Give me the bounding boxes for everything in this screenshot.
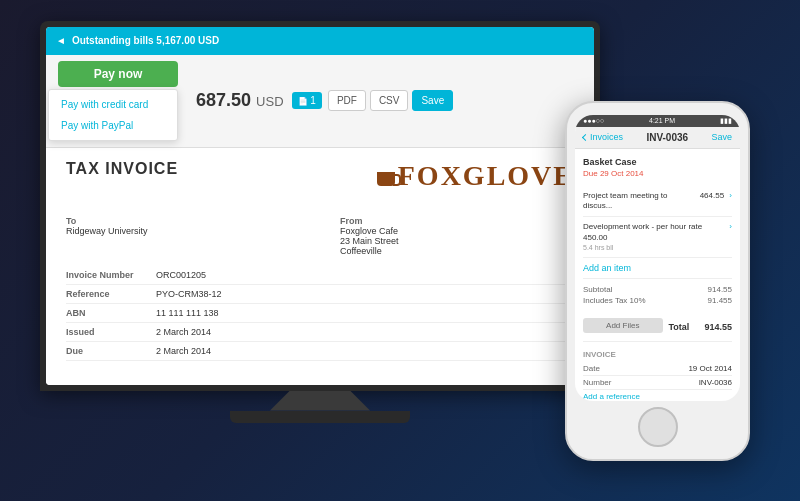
invoice-content: TAX INVOICE FOXGLOVE: [46, 148, 594, 385]
add-reference-row[interactable]: Add a reference: [583, 390, 732, 400]
phone-signal: ●●●○○: [583, 117, 604, 124]
invoice-to-col: To Ridgeway University: [66, 216, 300, 256]
foxglove-logo: FOXGLOVE: [377, 160, 574, 192]
tax-invoice-title: TAX INVOICE: [66, 160, 178, 178]
monitor-bezel: ◄ Outstanding bills 5,167.00 USD Pay now…: [40, 21, 600, 391]
phone-status-bar: ●●●○○ 4:21 PM ▮▮▮: [575, 115, 740, 127]
line-item-amount: 464.55 ›: [700, 191, 732, 212]
csv-button[interactable]: CSV: [370, 90, 409, 111]
pay-credit-card-item[interactable]: Pay with credit card: [49, 94, 177, 115]
invoice-header: TAX INVOICE FOXGLOVE: [66, 160, 574, 200]
save-button[interactable]: Save: [412, 90, 453, 111]
phone-divider: [583, 341, 732, 342]
doc-number-badge: 📄 1: [292, 92, 322, 109]
pay-paypal-item[interactable]: Pay with PayPal: [49, 115, 177, 136]
toolbar-buttons: 📄 1 PDF CSV Save: [292, 90, 454, 111]
phone-screen: ●●●○○ 4:21 PM ▮▮▮ Invoices INV-0036 Save…: [575, 115, 740, 401]
subtotal-section: Subtotal 914.55 Includes Tax 10% 91.455: [583, 279, 732, 311]
outstanding-bills-bar: ◄ Outstanding bills 5,167.00 USD: [46, 27, 594, 55]
table-row: Reference PYO-CRM38-12: [66, 285, 574, 304]
phone: ●●●○○ 4:21 PM ▮▮▮ Invoices INV-0036 Save…: [565, 101, 750, 461]
basket-case-title: Basket Case: [583, 157, 732, 167]
table-row: ABN 11 111 111 138: [66, 304, 574, 323]
scene: ◄ Outstanding bills 5,167.00 USD Pay now…: [10, 11, 790, 491]
phone-battery: ▮▮▮: [720, 117, 732, 125]
pay-now-button[interactable]: Pay now: [58, 61, 178, 87]
chevron-right-icon: ›: [729, 222, 732, 231]
table-row: Invoice Number ORC001205: [66, 266, 574, 285]
table-row: Issued 2 March 2014: [66, 323, 574, 342]
phone-save-button[interactable]: Save: [711, 132, 732, 142]
total-row: Total 914.55: [669, 320, 733, 334]
outstanding-bills-text: Outstanding bills 5,167.00 USD: [72, 35, 219, 46]
line-item-desc: Development work - per hour rate 450.00 …: [583, 222, 729, 252]
monitor-base: [230, 411, 410, 423]
table-row: Date 19 Oct 2014: [583, 362, 732, 376]
add-item-button[interactable]: Add an item: [583, 258, 732, 279]
phone-home-button[interactable]: [638, 407, 678, 447]
monitor-stand: [270, 391, 370, 411]
phone-nav-bar: Invoices INV-0036 Save: [575, 127, 740, 149]
amount-display: 687.50 USD: [196, 90, 284, 111]
monitor: ◄ Outstanding bills 5,167.00 USD Pay now…: [40, 21, 600, 441]
invoice-from-col: From Foxglove Cafe 23 Main Street Coffee…: [340, 216, 574, 256]
monitor-screen: ◄ Outstanding bills 5,167.00 USD Pay now…: [46, 27, 594, 385]
table-row: Due 2 March 2014: [66, 342, 574, 361]
phone-back-button[interactable]: Invoices: [583, 132, 623, 142]
monitor-toolbar: Pay now Pay with credit card Pay with Pa…: [46, 55, 594, 148]
back-arrow-icon: [582, 133, 589, 140]
phone-nav-title: INV-0036: [646, 132, 688, 143]
line-item-desc: Project team meeting to discus...: [583, 191, 700, 212]
list-item: Development work - per hour rate 450.00 …: [583, 217, 732, 258]
invoice-from-to: To Ridgeway University From Foxglove Caf…: [66, 216, 574, 256]
chevron-right-icon: ›: [729, 191, 732, 200]
due-date: Due 29 Oct 2014: [583, 169, 732, 178]
phone-content: Basket Case Due 29 Oct 2014 Project team…: [575, 149, 740, 401]
invoice-fields: Invoice Number ORC001205 Reference PYO-C…: [66, 266, 574, 361]
pay-dropdown-menu: Pay with credit card Pay with PayPal: [48, 89, 178, 141]
phone-invoice-section: Invoice Date 19 Oct 2014 Number INV-0036…: [583, 346, 732, 400]
foxglove-cup-icon: [377, 172, 395, 186]
line-item-amount: ›: [729, 222, 732, 252]
subtotal-row: Subtotal 914.55: [583, 284, 732, 295]
pdf-button[interactable]: PDF: [328, 90, 366, 111]
list-item: Project team meeting to discus... 464.55…: [583, 186, 732, 218]
phone-time: 4:21 PM: [649, 117, 675, 124]
table-row: Number INV-0036: [583, 376, 732, 390]
add-files-button[interactable]: Add Files: [583, 318, 663, 333]
tax-row: Includes Tax 10% 91.455: [583, 295, 732, 306]
